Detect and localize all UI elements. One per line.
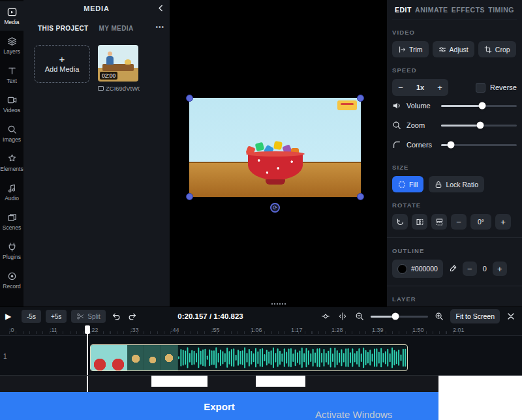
sidebar-item-label: Videos: [3, 107, 20, 113]
sidebar-item-elements[interactable]: Elements: [0, 148, 23, 177]
corners-slider[interactable]: [441, 144, 517, 146]
panel-resize-handle[interactable]: [271, 303, 286, 305]
redo-icon: [128, 312, 137, 321]
preview-canvas[interactable]: ⟳: [170, 0, 387, 307]
resize-handle-top-right[interactable]: [357, 95, 364, 102]
expand-clip-icon-button[interactable]: [337, 310, 348, 322]
ruler-label: :44: [171, 327, 179, 333]
sidebar-item-images[interactable]: Images: [0, 119, 23, 148]
video-editor-app: Media Layers Text Videos Images Elements: [0, 0, 522, 420]
speed-decrease-button[interactable]: −: [392, 83, 409, 93]
resize-handle-bottom-left[interactable]: [186, 193, 193, 200]
keyframe-icon-button[interactable]: [320, 310, 331, 322]
adjust-button[interactable]: Adjust: [433, 41, 474, 57]
speaker-icon: [392, 101, 402, 110]
undo-icon: [112, 312, 121, 321]
sidebar-item-layers[interactable]: Layers: [0, 31, 23, 60]
rotate-90-button[interactable]: [392, 214, 408, 230]
export-button[interactable]: Export: [0, 392, 438, 420]
zoom-label: Zoom: [407, 121, 437, 129]
tab-animate[interactable]: ANIMATE: [415, 6, 448, 14]
reverse-toggle[interactable]: Reverse: [476, 83, 517, 93]
outline-color-button[interactable]: #000000: [392, 260, 443, 278]
media-item-card[interactable]: 02:00 ZCI69dVtW0E (...: [98, 45, 140, 92]
thumbnail-art: [108, 52, 112, 56]
flip-vertical-button[interactable]: [431, 214, 447, 230]
outline-decrease-button[interactable]: −: [463, 262, 477, 276]
sidebar-item-label: Audio: [5, 195, 19, 202]
workspace: Media Layers Text Videos Images Elements: [0, 0, 522, 307]
video-tools-row: Trim Adjust Crop: [392, 41, 517, 57]
rotate-angle-value[interactable]: 0°: [470, 214, 491, 230]
crop-button[interactable]: Crop: [478, 41, 516, 57]
volume-slider[interactable]: [441, 105, 517, 107]
ruler-label: 1:50: [412, 327, 424, 333]
media-panel: MEDIA ••• THIS PROJECT MY MEDIA + Add Me…: [23, 0, 170, 307]
rotate-handle[interactable]: ⟳: [270, 203, 280, 213]
more-options-button[interactable]: •••: [155, 23, 164, 31]
add-media-button[interactable]: + Add Media: [34, 45, 90, 83]
scenes-icon: [7, 213, 17, 222]
tab-effects[interactable]: EFFECTS: [452, 6, 485, 14]
zoom-out-button[interactable]: [354, 310, 365, 322]
zoom-in-icon: [435, 312, 444, 321]
sidebar-item-record[interactable]: Record: [0, 265, 23, 295]
tab-timing[interactable]: TIMING: [488, 6, 514, 14]
media-thumbnail[interactable]: 02:00: [98, 45, 138, 82]
tab-edit[interactable]: EDIT: [395, 6, 412, 14]
add-media-label: Add Media: [45, 65, 80, 73]
ruler-label: :11: [50, 327, 57, 333]
back-5s-button[interactable]: -5s: [22, 310, 41, 323]
ruler-label: 1:28: [331, 327, 343, 333]
collapse-panel-button[interactable]: [156, 3, 166, 13]
trim-button[interactable]: Trim: [392, 41, 429, 57]
sidebar-item-audio[interactable]: Audio: [0, 177, 23, 207]
reverse-checkbox[interactable]: [476, 83, 485, 93]
timeline-track[interactable]: 1: [0, 336, 522, 375]
media-panel-tabs: THIS PROJECT MY MEDIA: [23, 17, 170, 32]
sidebar-item-videos[interactable]: Videos: [0, 89, 23, 119]
tab-my-media[interactable]: MY MEDIA: [99, 25, 134, 32]
tab-this-project[interactable]: THIS PROJECT: [38, 25, 89, 32]
sidebar-item-label: Text: [7, 78, 17, 84]
speed-increase-button[interactable]: +: [431, 83, 448, 93]
playhead-extension: [87, 376, 88, 392]
scissors-icon: [76, 312, 84, 320]
fit-to-screen-button[interactable]: Fit to Screen: [450, 309, 500, 323]
sidebar-item-text[interactable]: Text: [0, 60, 23, 89]
sidebar-item-media[interactable]: Media: [0, 1, 23, 31]
resize-handle-bottom-right[interactable]: [357, 193, 364, 200]
background-artifact: [151, 376, 207, 387]
resize-handle-top-left[interactable]: [186, 95, 193, 102]
flip-vertical-icon: [435, 218, 444, 226]
timeline-zoom-slider[interactable]: [371, 316, 428, 318]
sidebar-item-scenes[interactable]: Scenes: [0, 207, 23, 236]
corners-label: Corners: [407, 141, 437, 149]
rotate-increase-button[interactable]: +: [495, 214, 511, 230]
timeline-ruler[interactable]: :0 :11 :22 :33 :44 :55 1:06 1:17 1:28 1:…: [0, 325, 522, 336]
zoom-in-button[interactable]: [433, 310, 445, 322]
eyedropper-button[interactable]: [447, 263, 459, 275]
sidebar-item-label: Plugins: [3, 254, 21, 260]
video-clip[interactable]: [90, 344, 408, 371]
speed-row: − 1x + Reverse: [392, 79, 517, 96]
magnifier-icon: [392, 121, 402, 130]
play-button[interactable]: ▶: [5, 312, 17, 321]
outline-increase-button[interactable]: +: [493, 262, 507, 276]
expand-horizontal-icon: [338, 312, 347, 321]
zoom-slider[interactable]: [441, 125, 517, 127]
close-timeline-button[interactable]: [505, 310, 517, 322]
trim-icon: [398, 46, 406, 53]
sidebar-item-plugins[interactable]: Plugins: [0, 236, 23, 265]
timeline-toolbar: ▶ -5s +5s Split 0:20.157 / 1:40.823 Fit …: [0, 307, 522, 325]
selected-video-layer[interactable]: [189, 98, 361, 197]
flip-horizontal-button[interactable]: [412, 214, 427, 230]
forward-5s-button[interactable]: +5s: [46, 310, 67, 323]
undo-button[interactable]: [110, 310, 122, 322]
split-button[interactable]: Split: [71, 310, 105, 323]
rotate-decrease-button[interactable]: −: [451, 214, 467, 230]
playhead[interactable]: [87, 325, 88, 375]
lock-ratio-button[interactable]: Lock Ratio: [429, 176, 484, 192]
fill-button[interactable]: Fill: [392, 176, 423, 192]
redo-button[interactable]: [127, 310, 138, 322]
